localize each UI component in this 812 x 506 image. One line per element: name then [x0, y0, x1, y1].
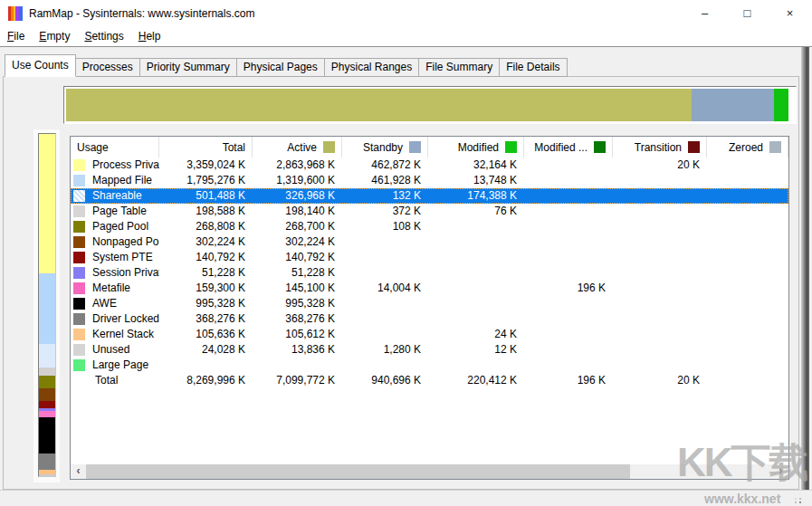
column-header-standby[interactable]: Standby	[342, 137, 428, 158]
modified-value	[428, 296, 524, 311]
usage-label: Paged Pool	[92, 219, 148, 234]
column-color-swatch	[323, 141, 335, 153]
maximize-button[interactable]: □	[727, 0, 768, 27]
active-value: 2,863,968 K	[253, 158, 342, 173]
usage-label: Kernel Stack	[92, 327, 154, 342]
table-row-nonpaged-pool[interactable]: Nonpaged Pool302,224 K302,224 K	[71, 234, 788, 250]
total-value: 1,795,276 K	[159, 173, 253, 188]
tab-file-details[interactable]: File Details	[499, 58, 567, 77]
usage-cell: Shareable	[71, 188, 159, 204]
table-row-awe[interactable]: AWE995,328 K995,328 K	[71, 296, 788, 311]
resize-grip[interactable]	[791, 496, 802, 504]
active-value: 326,968 K	[253, 188, 342, 204]
table-row-mapped-file[interactable]: Mapped File1,795,276 K1,319,600 K461,928…	[71, 173, 788, 188]
usage-label: Page Table	[92, 204, 147, 219]
tab-physical-ranges[interactable]: Physical Ranges	[324, 58, 419, 77]
modified-value: 174,388 K	[428, 188, 524, 204]
table-row-process-private[interactable]: Process Private3,359,024 K2,863,968 K462…	[71, 158, 788, 173]
table-row-metafile[interactable]: Metafile159,300 K145,100 K14,004 K196 K	[71, 281, 788, 296]
tab-file-summary[interactable]: File Summary	[418, 58, 500, 77]
transition-value	[613, 250, 707, 265]
modified-value	[428, 219, 524, 234]
transition-value: 20 K	[613, 373, 707, 388]
column-header-usage[interactable]: Usage	[71, 137, 159, 158]
table-row-total[interactable]: Total8,269,996 K7,099,772 K940,696 K220,…	[71, 373, 788, 388]
column-color-swatch	[594, 141, 606, 153]
usage-cell: Metafile	[71, 281, 159, 296]
usage-label: Nonpaged Pool	[92, 234, 159, 250]
standby-value: 132 K	[342, 188, 428, 204]
bar-segment-mapped-file	[39, 273, 55, 344]
active-value: 145,100 K	[253, 281, 342, 296]
modified_nw-value	[524, 327, 613, 342]
tab-processes[interactable]: Processes	[75, 58, 140, 77]
bar-segment-modified	[774, 89, 788, 121]
modified-value	[428, 265, 524, 281]
usage-label: Session Private	[92, 265, 159, 281]
column-header-modified[interactable]: Modified	[428, 137, 524, 158]
bar-segment-page-table	[39, 368, 55, 376]
modified_nw-value	[524, 188, 613, 204]
scrollbar-thumb[interactable]	[86, 464, 630, 479]
column-header-transition[interactable]: Transition	[613, 137, 707, 158]
table-row-system-pte[interactable]: System PTE140,792 K140,792 K	[71, 250, 788, 265]
modified-value	[428, 250, 524, 265]
table-row-large-page[interactable]: Large Page	[71, 358, 788, 373]
transition-value	[613, 342, 707, 358]
close-button[interactable]: ×	[769, 0, 810, 27]
usage-cell: Paged Pool	[71, 219, 159, 234]
scroll-left-icon[interactable]: ‹	[71, 464, 86, 479]
standby-value: 462,872 K	[342, 158, 428, 173]
tab-physical-pages[interactable]: Physical Pages	[236, 58, 325, 77]
usage-label: Large Page	[92, 358, 148, 373]
active-value: 198,140 K	[253, 204, 342, 219]
minimize-button[interactable]: –	[684, 0, 725, 27]
total-value: 995,328 K	[159, 296, 253, 311]
table-row-paged-pool[interactable]: Paged Pool268,808 K268,700 K108 K	[71, 219, 788, 234]
modified-value	[428, 281, 524, 296]
transition-value	[613, 204, 707, 219]
row-color-swatch	[73, 190, 85, 202]
table-row-session-private[interactable]: Session Private51,228 K51,228 K	[71, 265, 788, 281]
menu-item-help[interactable]: Help	[131, 27, 168, 46]
menu-item-empty[interactable]: Empty	[32, 27, 77, 46]
standby-value: 14,004 K	[342, 281, 428, 296]
active-value: 13,836 K	[253, 342, 342, 358]
usage-cell: Kernel Stack	[71, 327, 159, 342]
modified_nw-value	[524, 265, 613, 281]
table-row-unused[interactable]: Unused24,028 K13,836 K1,280 K12 K	[71, 342, 788, 358]
zeroed-value	[707, 342, 788, 358]
tab-priority-summary[interactable]: Priority Summary	[139, 58, 237, 77]
bar-segment-active	[66, 89, 692, 121]
column-label: Total	[223, 141, 245, 154]
tab-use-counts[interactable]: Use Counts	[5, 54, 76, 77]
total-value: 501,488 K	[159, 188, 253, 204]
transition-value	[613, 296, 707, 311]
modified_nw-value	[524, 204, 613, 219]
physical-memory-bar	[38, 133, 56, 477]
modified_nw-value: 196 K	[524, 281, 613, 296]
column-header-active[interactable]: Active	[253, 137, 342, 158]
standby-value	[342, 327, 428, 342]
menu-item-file[interactable]: File	[0, 27, 32, 46]
standby-value	[342, 296, 428, 311]
column-label: Modified ...	[534, 141, 588, 154]
column-header-total[interactable]: Total	[159, 137, 253, 158]
title-bar[interactable]: RamMap - Sysinternals: www.sysinternals.…	[0, 0, 812, 27]
column-header-modified-[interactable]: Modified ...	[524, 137, 613, 158]
standby-value: 461,928 K	[342, 173, 428, 188]
column-color-swatch	[688, 141, 700, 153]
transition-value	[613, 188, 707, 204]
column-header-zeroed[interactable]: Zeroed	[707, 137, 788, 158]
modified_nw-value	[524, 219, 613, 234]
zeroed-value	[707, 281, 788, 296]
zeroed-value	[707, 311, 788, 327]
transition-value	[613, 281, 707, 296]
menu-item-settings[interactable]: Settings	[77, 27, 130, 46]
table-row-driver-locked[interactable]: Driver Locked368,276 K368,276 K	[71, 311, 788, 327]
modified_nw-value	[524, 234, 613, 250]
modified-value: 76 K	[428, 204, 524, 219]
table-row-page-table[interactable]: Page Table198,588 K198,140 K372 K76 K	[71, 204, 788, 219]
table-row-kernel-stack[interactable]: Kernel Stack105,636 K105,612 K24 K	[71, 327, 788, 342]
table-row-shareable[interactable]: Shareable501,488 K326,968 K132 K174,388 …	[71, 188, 788, 204]
